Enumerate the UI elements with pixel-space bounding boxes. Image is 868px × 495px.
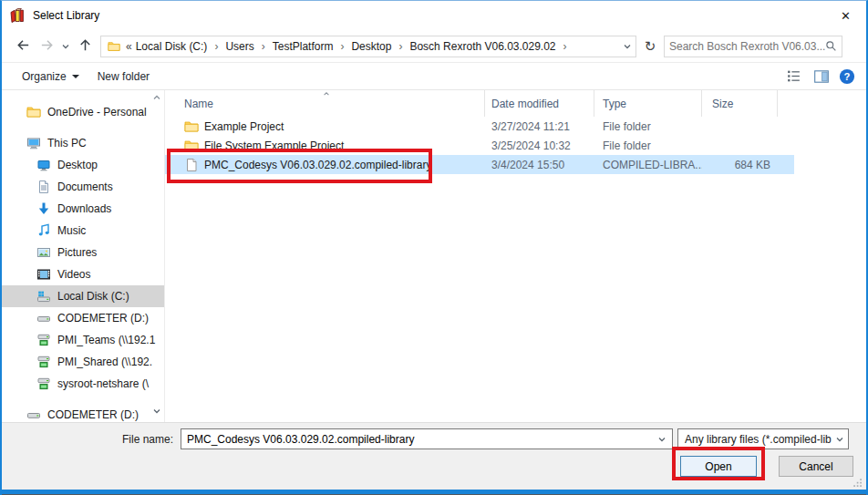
recent-locations-button[interactable]: [58, 36, 73, 57]
cancel-button[interactable]: Cancel: [779, 456, 853, 477]
column-header-date-modified[interactable]: Date modified: [485, 90, 594, 117]
file-date-modified: 3/25/2024 10:32: [485, 139, 594, 152]
breadcrumb-overflow[interactable]: «: [126, 40, 134, 53]
help-icon: ?: [839, 68, 855, 85]
breadcrumb-item[interactable]: TestPlatform: [271, 40, 336, 53]
breadcrumb-separator-icon[interactable]: ›: [393, 40, 408, 53]
address-dropdown-button[interactable]: [623, 42, 632, 51]
change-view-button[interactable]: [786, 68, 804, 84]
search-input[interactable]: [669, 40, 825, 53]
netdrive-icon: [36, 376, 51, 391]
sidebar-item-codemeter-d[interactable]: CODEMETER (D:): [2, 404, 164, 422]
file-row[interactable]: File System Example Project3/25/2024 10:…: [165, 136, 794, 155]
organize-button[interactable]: Organize: [13, 67, 88, 87]
dialog-footer: File name: Any library files (*.compiled…: [2, 422, 866, 490]
sidebar-item-label: sysroot-netshare (\: [57, 377, 149, 390]
video-icon: [36, 267, 51, 282]
desktop-icon: [36, 158, 51, 172]
sidebar-item-pmi-shared-192[interactable]: PMI_Shared (\\192.: [2, 351, 164, 373]
file-type-select[interactable]: Any library files (*.compiled-lib: [677, 428, 849, 449]
column-headers: Name Date modified Type Size: [165, 90, 866, 117]
window-bottom-border: [2, 490, 866, 495]
breadcrumb-item[interactable]: Desktop: [349, 40, 393, 53]
music-icon: [36, 223, 51, 238]
sidebar-item-label: Desktop: [57, 159, 98, 171]
column-header-type[interactable]: Type: [594, 90, 702, 117]
close-button[interactable]: ✕: [825, 1, 866, 30]
dialog-content: OneDrive - PersonalThis PCDesktopDocumen…: [2, 90, 866, 422]
file-name-input[interactable]: [181, 433, 652, 446]
file-row[interactable]: PMC_Codesys V06.03.029.02.compiled-libra…: [165, 155, 794, 174]
new-folder-label: New folder: [98, 70, 150, 83]
sidebar-item-label: This PC: [47, 137, 87, 150]
search-icon: [825, 40, 837, 52]
sidebar-item-pictures[interactable]: Pictures: [2, 242, 164, 263]
forward-button[interactable]: [35, 36, 58, 57]
disk-icon: [26, 407, 41, 422]
up-arrow-icon: [78, 37, 93, 56]
file-date-modified: 3/4/2024 15:50: [485, 159, 594, 171]
breadcrumb-separator-icon[interactable]: ›: [256, 40, 271, 53]
sidebar-item-documents[interactable]: Documents: [2, 176, 164, 198]
sidebar-item-downloads[interactable]: Downloads: [2, 198, 164, 220]
sidebar-item-pmi-teams-192-1[interactable]: PMI_Teams (\\192.1: [2, 329, 164, 351]
address-bar[interactable]: « Local Disk (C:)›Users›TestPlatform›Des…: [100, 36, 636, 57]
file-name: File System Example Project: [204, 139, 344, 152]
sidebar-item-label: Music: [57, 224, 86, 237]
breadcrumb-item[interactable]: Local Disk (C:): [134, 40, 210, 53]
chevron-up-icon: [152, 93, 161, 102]
file-size: 684 KB: [702, 159, 778, 171]
file-icon: [184, 158, 199, 172]
new-folder-button[interactable]: New folder: [88, 67, 159, 87]
folder-icon: [107, 40, 121, 53]
file-type: COMPILED-LIBRA...: [594, 159, 702, 171]
column-header-size[interactable]: Size: [702, 90, 778, 117]
sidebar-item-label: Videos: [57, 268, 90, 281]
sidebar-scroll-down[interactable]: [151, 406, 162, 417]
folder-icon: [184, 119, 199, 134]
back-button[interactable]: [11, 36, 35, 57]
navigation-bar: « Local Disk (C:)›Users›TestPlatform›Des…: [2, 30, 866, 63]
details-view-icon: [786, 68, 801, 84]
folder-icon: [26, 105, 41, 119]
diskwin-icon: [36, 289, 51, 304]
file-date-modified: 3/27/2024 11:21: [485, 120, 594, 133]
sidebar-item-sysroot-netshare[interactable]: sysroot-netshare (\: [2, 373, 164, 395]
up-button[interactable]: [73, 36, 97, 57]
organize-label: Organize: [22, 70, 67, 83]
chevron-down-icon: [61, 42, 70, 51]
breadcrumb-separator-icon[interactable]: ›: [335, 40, 349, 53]
breadcrumb-separator-icon[interactable]: ›: [209, 40, 223, 53]
sidebar-item-desktop[interactable]: Desktop: [2, 154, 164, 176]
breadcrumb-item[interactable]: Users: [223, 40, 255, 53]
file-row[interactable]: Example Project3/27/2024 11:21File folde…: [165, 117, 794, 136]
sidebar-item-this-pc[interactable]: This PC: [2, 132, 164, 154]
sidebar-item-local-disk-c[interactable]: Local Disk (C:): [2, 285, 164, 307]
resize-grip-icon[interactable]: [852, 478, 863, 488]
sidebar-item-label: PMI_Teams (\\192.1: [57, 334, 155, 346]
sidebar-item-label: Pictures: [57, 246, 97, 259]
sidebar-item-codemeter-d[interactable]: CODEMETER (D:): [2, 307, 164, 329]
sidebar-scroll-up[interactable]: [151, 92, 162, 103]
sidebar-item-music[interactable]: Music: [2, 220, 164, 242]
sidebar-item-videos[interactable]: Videos: [2, 263, 164, 285]
breadcrumb: Local Disk (C:)›Users›TestPlatform›Deskt…: [134, 40, 573, 53]
sidebar-item-label: Downloads: [57, 202, 111, 215]
refresh-button[interactable]: ↻: [639, 36, 661, 57]
file-name-dropdown-button[interactable]: [652, 435, 672, 444]
sidebar-item-onedrive-personal[interactable]: OneDrive - Personal: [2, 101, 164, 123]
picture-icon: [36, 245, 51, 260]
open-button[interactable]: Open: [680, 456, 757, 477]
sidebar-item-label: Documents: [57, 180, 113, 193]
file-name-combo: [181, 428, 673, 449]
sort-ascending-icon: [322, 90, 331, 98]
preview-pane-icon: [813, 68, 830, 85]
chevron-down-icon: [657, 435, 666, 444]
preview-pane-button[interactable]: [813, 68, 830, 85]
disk-icon: [36, 311, 51, 325]
help-button[interactable]: ?: [839, 68, 855, 85]
svg-text:?: ?: [844, 71, 851, 82]
breadcrumb-separator-icon[interactable]: ›: [558, 40, 573, 53]
command-toolbar: Organize New folder ?: [2, 63, 866, 90]
breadcrumb-item[interactable]: Bosch Rexroth V06.03.029.02: [408, 40, 557, 53]
